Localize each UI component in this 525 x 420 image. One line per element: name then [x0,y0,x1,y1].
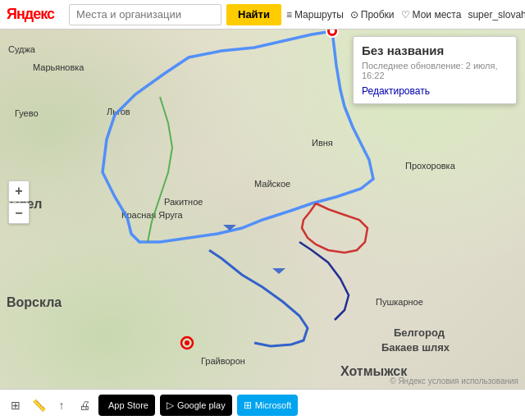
bookmark-icon: ♡ [401,9,410,21]
bottom-toolbar: ⊞ 📏 ↑ 🖨 App Store ▷ Google play ⊞ Micros… [0,389,525,420]
find-button[interactable]: Найти [226,4,281,25]
routes-button[interactable]: ≡ Маршруты [286,9,344,21]
zoom-in-button[interactable]: + [8,180,30,202]
edit-button[interactable]: Редактировать [362,85,508,97]
search-input[interactable] [69,4,221,25]
app-store-label: App Store [108,400,148,410]
map-container[interactable]: Яндекс Найти ≡ Маршруты ⊙ Пробки ♡ Мои м… [0,0,525,420]
routes-icon: ≡ [286,9,292,21]
info-panel: Без названия Последнее обновление: 2 июл… [353,36,517,104]
yandex-logo: Яндекс [7,6,64,23]
google-play-button[interactable]: ▷ Google play [160,395,232,416]
traffic-icon: ⊙ [350,9,358,21]
google-play-label: Google play [177,400,226,410]
route-date: Последнее обновление: 2 июля, 16:22 [362,61,508,80]
layers-icon[interactable]: ⊞ [7,396,25,414]
microsoft-button[interactable]: ⊞ Microsoft [237,395,299,416]
zoom-out-button[interactable]: − [8,203,30,224]
ruler-icon[interactable]: 📏 [30,396,48,414]
microsoft-label: Microsoft [255,400,292,410]
share-icon[interactable]: ↑ [52,396,71,414]
map-controls: + − [8,180,30,224]
header-actions: ≡ Маршруты ⊙ Пробки ♡ Мои места super_sl… [286,9,525,21]
my-places-button[interactable]: ♡ Мои места [401,9,462,21]
print-icon[interactable]: 🖨 [75,396,94,414]
copyright: © Яндекс условия использования [390,377,518,386]
google-play-icon: ▷ [167,399,174,411]
app-store-button[interactable]: App Store [98,395,155,416]
header: Яндекс Найти ≡ Маршруты ⊙ Пробки ♡ Мои м… [0,0,525,30]
microsoft-icon: ⊞ [244,399,252,411]
traffic-button[interactable]: ⊙ Пробки [350,9,395,21]
route-title: Без названия [362,43,508,57]
user-name[interactable]: super_slovahov [468,9,525,21]
